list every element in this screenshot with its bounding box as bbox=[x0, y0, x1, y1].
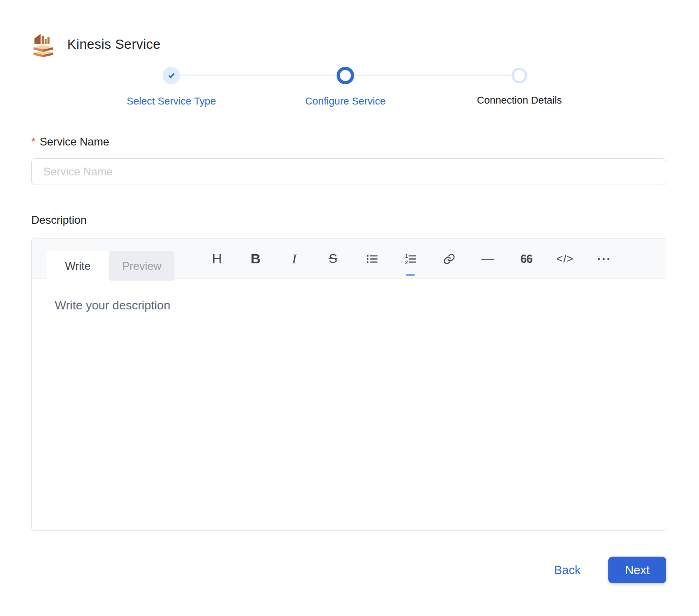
ordered-list-button[interactable]: 1 2 bbox=[391, 238, 430, 279]
wizard-footer: Back Next bbox=[31, 557, 666, 583]
unordered-list-button[interactable] bbox=[352, 238, 391, 279]
quote-icon: 66 bbox=[520, 252, 532, 266]
link-icon bbox=[443, 253, 455, 265]
ordered-list-icon: 1 2 bbox=[404, 253, 417, 265]
bold-icon: B bbox=[250, 251, 261, 267]
quote-button[interactable]: 66 bbox=[507, 238, 546, 279]
more-button[interactable]: ••• bbox=[584, 238, 623, 279]
heading-icon: H bbox=[212, 251, 222, 267]
more-icon: ••• bbox=[595, 255, 612, 263]
editor-body bbox=[32, 279, 666, 530]
step-completed-circle[interactable] bbox=[163, 67, 180, 84]
step-select-service-type[interactable]: Select Service Type bbox=[84, 67, 258, 107]
step-upcoming-circle[interactable] bbox=[512, 68, 527, 83]
check-icon bbox=[167, 71, 176, 80]
required-marker: * bbox=[31, 135, 35, 148]
bold-button[interactable]: B bbox=[236, 238, 275, 279]
link-button[interactable] bbox=[430, 238, 468, 279]
strikethrough-icon: S bbox=[326, 251, 340, 266]
editor-toolbar: H B I S bbox=[198, 238, 623, 279]
service-name-label: * Service Name bbox=[31, 135, 666, 148]
description-label-text: Description bbox=[31, 214, 87, 227]
italic-button[interactable]: I bbox=[275, 238, 314, 279]
unordered-list-icon bbox=[366, 253, 378, 265]
toolbar-scrollbar[interactable] bbox=[406, 274, 415, 276]
tab-preview[interactable]: Preview bbox=[109, 251, 175, 281]
step-label: Configure Service bbox=[305, 95, 386, 107]
next-button[interactable]: Next bbox=[608, 557, 666, 583]
step-label: Connection Details bbox=[477, 94, 562, 106]
service-name-input[interactable] bbox=[31, 158, 666, 185]
svg-text:2: 2 bbox=[405, 259, 408, 265]
description-label: Description bbox=[31, 214, 666, 227]
heading-button[interactable]: H bbox=[198, 238, 236, 279]
editor-tabs: Write Preview bbox=[47, 251, 175, 281]
step-connection-details[interactable]: Connection Details bbox=[432, 67, 606, 107]
step-active-circle[interactable] bbox=[337, 67, 354, 84]
step-label: Select Service Type bbox=[127, 95, 216, 107]
editor-toolbar-bar: Write Preview H B I S bbox=[32, 238, 666, 279]
service-name-label-text: Service Name bbox=[40, 135, 109, 148]
kinesis-icon bbox=[31, 31, 55, 57]
description-textarea[interactable] bbox=[32, 279, 666, 530]
back-button[interactable]: Back bbox=[548, 559, 586, 581]
wizard-stepper: Select Service Type Configure Service Co… bbox=[84, 67, 606, 107]
step-configure-service[interactable]: Configure Service bbox=[258, 67, 432, 107]
app-header: Kinesis Service bbox=[31, 32, 666, 56]
horizontal-rule-button[interactable]: — bbox=[468, 238, 507, 279]
code-icon: </> bbox=[556, 252, 574, 265]
strikethrough-button[interactable]: S bbox=[314, 238, 352, 279]
tab-write[interactable]: Write bbox=[47, 251, 109, 281]
page-title: Kinesis Service bbox=[67, 37, 161, 52]
horizontal-rule-icon: — bbox=[481, 251, 494, 266]
markdown-editor: Write Preview H B I S bbox=[31, 238, 666, 531]
italic-icon: I bbox=[292, 251, 297, 267]
code-button[interactable]: </> bbox=[546, 238, 584, 279]
service-wizard-page: Kinesis Service Select Service Type Conf… bbox=[0, 0, 699, 583]
svg-text:1: 1 bbox=[405, 253, 408, 258]
